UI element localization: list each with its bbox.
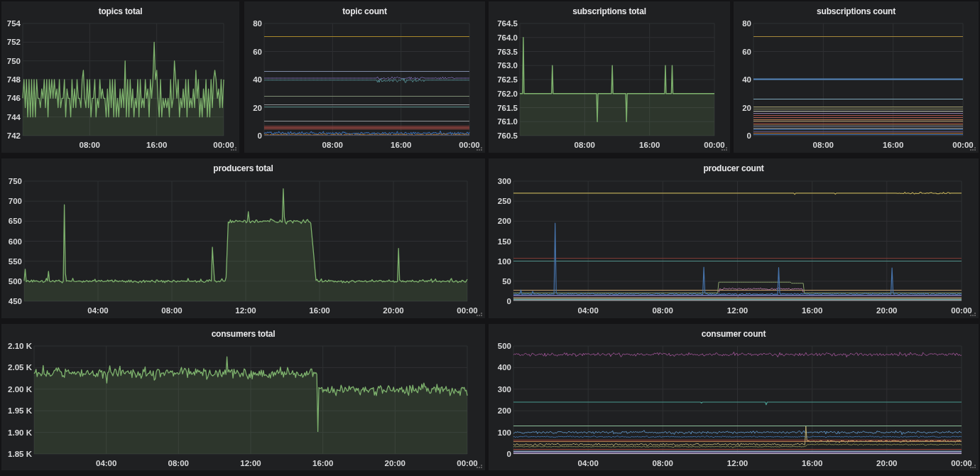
svg-text:600: 600 [9, 237, 22, 246]
svg-text:60: 60 [253, 48, 262, 56]
svg-text:20:00: 20:00 [383, 306, 403, 315]
svg-text:400: 400 [498, 363, 511, 372]
svg-text:08:00: 08:00 [80, 141, 100, 149]
svg-text:20: 20 [742, 104, 751, 112]
svg-text:80: 80 [253, 19, 262, 28]
svg-text:16:00: 16:00 [802, 459, 822, 467]
svg-text:00:00: 00:00 [213, 141, 234, 149]
svg-text:752: 752 [7, 38, 21, 46]
svg-text:760.5: 760.5 [497, 131, 518, 140]
svg-text:754: 754 [7, 19, 21, 28]
svg-text:700: 700 [9, 197, 22, 205]
svg-text:12:00: 12:00 [235, 306, 256, 315]
svg-text:1.85 K: 1.85 K [8, 450, 33, 458]
svg-text:40: 40 [742, 75, 751, 84]
svg-text:762.0: 762.0 [497, 90, 518, 98]
svg-text:764.0: 764.0 [497, 33, 518, 42]
svg-text:200: 200 [498, 406, 511, 415]
svg-text:60: 60 [742, 48, 751, 56]
svg-text:748: 748 [7, 75, 21, 84]
svg-text:50: 50 [502, 277, 511, 286]
svg-text:00:00: 00:00 [457, 306, 477, 315]
svg-text:04:00: 04:00 [96, 459, 116, 467]
svg-text:746: 746 [7, 94, 21, 102]
svg-text:750: 750 [7, 57, 21, 65]
svg-text:744: 744 [7, 113, 21, 121]
svg-text:0: 0 [507, 297, 511, 305]
svg-text:00:00: 00:00 [459, 141, 479, 149]
svg-text:12:00: 12:00 [727, 306, 748, 315]
svg-text:450: 450 [9, 297, 22, 305]
svg-text:0: 0 [747, 131, 751, 140]
svg-text:20:00: 20:00 [876, 459, 897, 467]
svg-text:250: 250 [498, 197, 511, 205]
svg-text:761.0: 761.0 [497, 117, 518, 126]
svg-text:764.5: 764.5 [497, 19, 518, 28]
svg-text:04:00: 04:00 [577, 306, 598, 315]
svg-text:00:00: 00:00 [951, 306, 971, 315]
svg-text:750: 750 [9, 177, 22, 185]
svg-text:08:00: 08:00 [813, 141, 834, 149]
svg-text:00:00: 00:00 [951, 459, 971, 467]
svg-text:16:00: 16:00 [883, 141, 903, 149]
svg-text:1.90 K: 1.90 K [8, 428, 33, 437]
svg-text:16:00: 16:00 [146, 141, 167, 149]
svg-text:200: 200 [498, 217, 511, 225]
svg-text:0: 0 [507, 450, 511, 458]
svg-text:08:00: 08:00 [653, 306, 673, 315]
svg-text:08:00: 08:00 [575, 141, 595, 149]
svg-text:16:00: 16:00 [391, 141, 411, 149]
svg-text:2.00 K: 2.00 K [8, 385, 33, 394]
svg-text:150: 150 [498, 237, 511, 246]
svg-text:762.5: 762.5 [497, 75, 518, 84]
svg-text:550: 550 [9, 257, 22, 266]
svg-text:80: 80 [742, 19, 751, 28]
svg-text:500: 500 [9, 277, 22, 286]
svg-text:16:00: 16:00 [312, 459, 333, 467]
svg-text:00:00: 00:00 [952, 141, 973, 149]
svg-text:20: 20 [253, 104, 262, 112]
svg-text:04:00: 04:00 [87, 306, 108, 315]
svg-text:08:00: 08:00 [653, 459, 673, 467]
svg-text:100: 100 [498, 257, 511, 266]
svg-text:16:00: 16:00 [802, 306, 822, 315]
svg-text:763.5: 763.5 [497, 48, 518, 56]
svg-text:12:00: 12:00 [727, 459, 748, 467]
svg-text:08:00: 08:00 [322, 141, 343, 149]
svg-text:1.95 K: 1.95 K [8, 406, 33, 415]
svg-text:16:00: 16:00 [309, 306, 330, 315]
svg-text:08:00: 08:00 [168, 459, 189, 467]
svg-text:20:00: 20:00 [876, 306, 897, 315]
svg-text:2.10 K: 2.10 K [8, 342, 33, 350]
svg-text:00:00: 00:00 [704, 141, 724, 149]
svg-text:300: 300 [498, 385, 511, 394]
svg-text:300: 300 [498, 177, 511, 185]
svg-text:100: 100 [498, 428, 511, 437]
svg-text:761.5: 761.5 [497, 104, 518, 112]
svg-text:0: 0 [258, 131, 262, 140]
svg-text:40: 40 [253, 75, 262, 84]
svg-text:20:00: 20:00 [385, 459, 405, 467]
svg-text:500: 500 [498, 342, 511, 350]
svg-text:12:00: 12:00 [240, 459, 261, 467]
svg-text:08:00: 08:00 [161, 306, 182, 315]
svg-text:04:00: 04:00 [577, 459, 598, 467]
svg-text:16:00: 16:00 [639, 141, 660, 149]
svg-text:763.0: 763.0 [497, 61, 518, 70]
svg-text:2.05 K: 2.05 K [8, 363, 33, 372]
svg-text:00:00: 00:00 [457, 459, 477, 467]
svg-text:650: 650 [9, 217, 22, 225]
svg-text:742: 742 [7, 131, 21, 140]
